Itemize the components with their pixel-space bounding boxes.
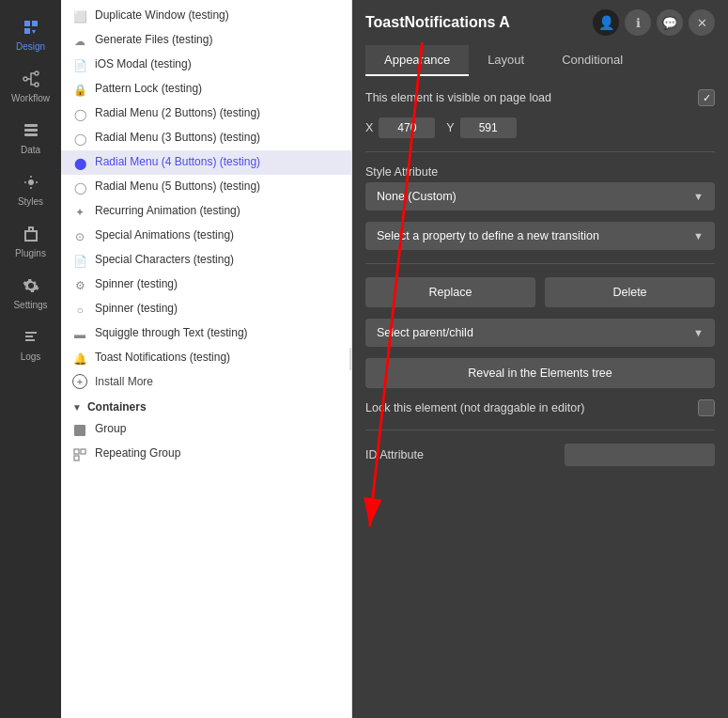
svg-rect-10 [74,456,79,460]
cloud-icon: ☁ [72,34,87,49]
delete-label: Delete [612,286,646,299]
square-icon: ▬ [72,327,87,342]
plugin-item-label: Squiggle through Text (testing) [95,325,342,341]
list-item[interactable]: ⊙ Special Animations (testing) [61,224,351,248]
plugins-icon [21,224,41,244]
list-item[interactable]: 📄 Special Characters (testing) [61,248,351,273]
panel-title-row: ToastNotifications A 👤 ℹ 💬 ✕ [365,9,715,36]
user-icon-btn[interactable]: 👤 [593,9,619,36]
info-icon: ℹ [636,16,641,30]
plus-circle-icon: + [72,374,87,389]
circle-icon: ◯ [72,132,87,147]
collapse-arrow-icon: ▼ [72,402,82,413]
replace-button[interactable]: Replace [365,277,535,307]
list-item[interactable]: ◯ Radial Menu (3 Buttons) (testing) [61,126,351,150]
list-item[interactable]: ◯ Radial Menu (2 Buttons) (testing) [61,101,351,126]
tab-layout[interactable]: Layout [469,45,543,76]
transition-dropdown-arrow-icon: ▼ [693,230,704,242]
delete-button[interactable]: Delete [545,277,715,307]
window-icon: ⬜ [72,9,87,24]
list-item[interactable]: ▬ Squiggle through Text (testing) [61,321,351,346]
left-sidebar: Design Workflow Data Styles [0,0,61,718]
settings-icon [21,275,41,296]
lock-checkbox[interactable] [698,399,715,416]
list-item-group[interactable]: Group [61,417,351,442]
svg-rect-5 [24,133,38,136]
style-attribute-label: Style Attribute [365,165,715,179]
x-field: X [365,117,435,138]
svg-point-0 [23,77,27,81]
list-item[interactable]: ⚙ Spinner (testing) [61,273,351,297]
y-input[interactable] [460,117,517,138]
install-more-item[interactable]: + Install More [61,370,351,393]
plugin-item-label: Radial Menu (4 Buttons) (testing) [95,154,342,170]
list-item[interactable]: ☁ Generate Files (testing) [61,28,351,53]
chat-icon: 💬 [662,16,677,30]
sidebar-item-styles[interactable]: Styles [0,163,61,214]
list-item[interactable]: ✦ Recurring Animation (testing) [61,199,351,224]
repeating-group-icon [72,447,87,462]
list-item-active[interactable]: ⬤ Radial Menu (4 Buttons) (testing) [61,150,351,175]
plugin-list: ⬜ Duplicate Window (testing) ☁ Generate … [61,0,352,718]
tab-appearance-label: Appearance [384,53,450,67]
group-icon [72,423,87,438]
replace-label: Replace [429,286,472,299]
circle-outline-icon: ○ [72,303,87,318]
plugin-item-label: Spinner (testing) [95,301,342,317]
circle-icon: ◯ [72,107,87,122]
doc2-icon: 📄 [72,254,87,269]
sidebar-item-data[interactable]: Data [0,111,61,163]
transition-placeholder: Select a property to define a new transi… [377,229,599,242]
tab-appearance[interactable]: Appearance [365,45,469,76]
list-item[interactable]: 📄 iOS Modal (testing) [61,53,351,77]
list-item[interactable]: 🔒 Pattern Lock (testing) [61,77,351,101]
list-item[interactable]: ○ Spinner (testing) [61,297,351,321]
x-input[interactable] [379,117,435,138]
tab-conditional-label: Conditional [562,53,623,67]
style-attribute-dropdown[interactable]: None (Custom) ▼ [365,182,715,211]
plugin-item-label: Special Animations (testing) [95,227,342,243]
reveal-button[interactable]: Reveal in the Elements tree [365,358,715,388]
transition-dropdown[interactable]: Select a property to define a new transi… [365,222,715,250]
sidebar-item-logs[interactable]: Logs [0,318,61,369]
sidebar-settings-label: Settings [13,300,47,310]
divider-3 [365,429,715,430]
id-attribute-input[interactable] [565,444,715,466]
info-icon-btn[interactable]: ℹ [625,9,651,36]
containers-section-header[interactable]: ▼ Containers [61,393,351,417]
lock-label: Lock this element (not draggable in edit… [365,401,584,414]
sidebar-styles-label: Styles [18,196,43,207]
sidebar-item-workflow[interactable]: Workflow [0,59,61,111]
plugin-item-label: Radial Menu (3 Buttons) (testing) [95,130,342,146]
install-more-label: Install More [95,375,153,388]
close-icon-btn[interactable]: ✕ [689,9,715,36]
logs-icon [21,327,41,348]
plugin-item-label: Pattern Lock (testing) [95,81,342,97]
list-item[interactable]: ◯ Radial Menu (5 Buttons) (testing) [61,175,351,199]
list-item[interactable]: 🔔 Toast Notifications (testing) [61,346,351,370]
panel-header: ToastNotifications A 👤 ℹ 💬 ✕ [352,0,728,76]
tab-conditional[interactable]: Conditional [543,45,642,76]
plugin-item-label: Spinner (testing) [95,276,342,292]
parent-child-dropdown[interactable]: Select parent/child ▼ [365,319,715,347]
sidebar-workflow-label: Workflow [11,93,50,103]
plugin-item-label: Duplicate Window (testing) [95,8,342,23]
coordinates-row: X Y [365,117,715,138]
chat-icon-btn[interactable]: 💬 [657,9,683,36]
sidebar-item-design[interactable]: Design [0,8,61,59]
plugin-item-label: Radial Menu (5 Buttons) (testing) [95,179,342,195]
list-item[interactable]: ⬜ Duplicate Window (testing) [61,4,351,28]
sidebar-item-plugins[interactable]: Plugins [0,214,61,266]
sidebar-plugins-label: Plugins [15,248,46,258]
plugin-item-label: Special Characters (testing) [95,252,342,268]
sidebar-item-settings[interactable]: Settings [0,266,61,318]
visible-on-load-checkbox[interactable]: ✓ [698,89,715,106]
parent-child-arrow-icon: ▼ [693,327,704,338]
visible-on-load-label: This element is visible on page load [365,91,551,104]
bell-icon: 🔔 [72,351,87,367]
svg-point-6 [28,180,34,185]
sidebar-logs-label: Logs [21,351,41,362]
data-icon [21,120,41,141]
list-item-repeating-group[interactable]: Repeating Group [61,442,351,466]
parent-child-label: Select parent/child [377,326,473,339]
